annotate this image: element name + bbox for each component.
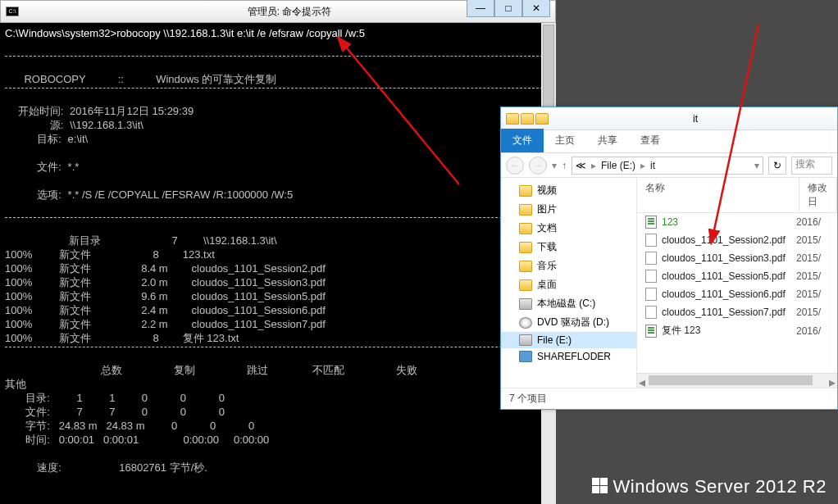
- nav-history-icon[interactable]: ▾: [552, 160, 557, 171]
- txt-icon: [645, 325, 657, 338]
- file-name: cloudos_1101_Session2.pdf: [662, 234, 791, 246]
- tab-view[interactable]: 查看: [629, 129, 672, 152]
- cmd-window: C:\ 管理员: 命令提示符 — □ ✕ C:\Windows\system32…: [0, 0, 556, 504]
- tree-item-label: 图片: [537, 202, 557, 216]
- chevron-down-icon[interactable]: ▾: [754, 160, 759, 171]
- tree-item[interactable]: SHAREFLODER: [501, 348, 636, 365]
- nav-back-button[interactable]: ←: [506, 157, 524, 175]
- status-bar: 7 个项目: [501, 388, 837, 409]
- file-list[interactable]: 名称 修改日 1232016/cloudos_1101_Session2.pdf…: [637, 178, 837, 388]
- folder-icon: [519, 242, 532, 253]
- file-row[interactable]: 复件 1232016/: [637, 321, 837, 340]
- chevron-right-icon: ▸: [640, 160, 645, 171]
- file-name: 复件 123: [662, 324, 791, 338]
- col-name[interactable]: 名称: [637, 178, 799, 212]
- pdf-icon: [645, 234, 657, 247]
- cmd-titlebar[interactable]: C:\ 管理员: 命令提示符 — □ ✕: [0, 0, 556, 23]
- folder-icon: [519, 261, 532, 272]
- h-scroll-thumb[interactable]: [649, 375, 813, 385]
- breadcrumb-drive[interactable]: File (E:): [601, 160, 635, 171]
- chevron-right-icon: ▸: [591, 160, 596, 171]
- file-date: 2015/: [796, 252, 829, 264]
- file-row[interactable]: cloudos_1101_Session7.pdf2015/: [637, 303, 837, 321]
- folder-icon: [519, 223, 532, 234]
- nav-tree[interactable]: 视频图片文档下载音乐桌面本地磁盘 (C:)DVD 驱动器 (D:)File (E…: [501, 178, 637, 388]
- tree-item-label: File (E:): [537, 334, 572, 346]
- file-date: 2016/: [796, 325, 829, 337]
- drive-glyph-icon: ≪: [576, 160, 586, 171]
- explorer-window: it 文件 主页 共享 查看 ← → ▾ ↑ ≪ ▸ File (E:) ▸ i…: [500, 107, 838, 410]
- tree-item-label: SHAREFLODER: [537, 351, 611, 362]
- file-name: cloudos_1101_Session7.pdf: [662, 306, 791, 318]
- tree-item-label: 视频: [537, 184, 557, 198]
- folder-icon: [506, 113, 519, 125]
- refresh-button[interactable]: ↻: [768, 157, 786, 175]
- os-brand: Windows Server 2012 R2: [592, 476, 827, 497]
- folder-icon: [521, 113, 534, 125]
- tree-item[interactable]: File (E:): [501, 332, 636, 348]
- file-name: cloudos_1101_Session3.pdf: [662, 252, 791, 264]
- tree-item-label: 文档: [537, 221, 557, 235]
- file-date: 2015/: [796, 234, 829, 246]
- file-row[interactable]: cloudos_1101_Session3.pdf2015/: [637, 249, 837, 267]
- pdf-icon: [645, 252, 657, 265]
- tab-file[interactable]: 文件: [501, 129, 544, 152]
- tree-item[interactable]: 文档: [501, 219, 636, 238]
- file-date: 2015/: [796, 288, 829, 300]
- explorer-titlebar[interactable]: it: [501, 107, 837, 130]
- col-date[interactable]: 修改日: [799, 178, 837, 212]
- breadcrumb-folder[interactable]: it: [650, 160, 655, 171]
- tab-home[interactable]: 主页: [544, 129, 586, 152]
- drive-icon: [519, 334, 532, 346]
- tree-item-label: 下载: [537, 240, 557, 254]
- tree-item[interactable]: 下载: [501, 238, 636, 257]
- file-row[interactable]: cloudos_1101_Session6.pdf2015/: [637, 285, 837, 303]
- folder-icon: [519, 279, 532, 291]
- maximize-button[interactable]: □: [494, 0, 522, 17]
- file-date: 2015/: [796, 306, 829, 318]
- cmd-icon: C:\: [6, 7, 19, 16]
- explorer-title: it: [553, 113, 837, 125]
- file-name: cloudos_1101_Session6.pdf: [662, 288, 791, 300]
- address-bar: ← → ▾ ↑ ≪ ▸ File (E:) ▸ it ▾ ↻ 搜索: [501, 153, 837, 178]
- tree-item[interactable]: 本地磁盘 (C:): [501, 294, 636, 313]
- pdf-icon: [645, 288, 657, 301]
- windows-logo-icon: [592, 478, 608, 494]
- tree-item-label: 音乐: [537, 259, 557, 273]
- drive-icon: [519, 298, 532, 310]
- file-row[interactable]: cloudos_1101_Session5.pdf2015/: [637, 267, 837, 285]
- minimize-button[interactable]: —: [467, 0, 494, 17]
- folder-icon: [519, 185, 532, 197]
- folder-icon: [535, 113, 549, 125]
- tree-item[interactable]: 视频: [501, 181, 636, 200]
- cmd-output[interactable]: C:\Windows\system32>robocopy \\192.168.1…: [0, 23, 556, 504]
- tree-item-label: 本地磁盘 (C:): [537, 297, 595, 311]
- pdf-icon: [645, 306, 657, 319]
- file-date: 2015/: [796, 270, 829, 282]
- tree-item[interactable]: 图片: [501, 200, 636, 219]
- tab-share[interactable]: 共享: [586, 129, 629, 152]
- address-box[interactable]: ≪ ▸ File (E:) ▸ it ▾: [572, 157, 763, 175]
- file-name: cloudos_1101_Session5.pdf: [662, 270, 791, 282]
- file-row[interactable]: 1232016/: [637, 213, 837, 231]
- net-icon: [519, 351, 532, 362]
- pdf-icon: [645, 270, 657, 283]
- file-name: 123: [662, 216, 791, 228]
- tree-item[interactable]: 桌面: [501, 275, 636, 294]
- h-scrollbar[interactable]: ◂ ▸: [637, 373, 837, 388]
- file-date: 2016/: [796, 216, 829, 228]
- search-input[interactable]: 搜索: [791, 157, 832, 175]
- close-button[interactable]: ✕: [522, 0, 550, 17]
- file-list-header[interactable]: 名称 修改日: [637, 178, 837, 213]
- tree-item-label: DVD 驱动器 (D:): [537, 316, 609, 329]
- nav-forward-button[interactable]: →: [529, 157, 547, 175]
- txt-icon: [645, 216, 657, 229]
- tree-item-label: 桌面: [537, 278, 557, 292]
- tree-item[interactable]: 音乐: [501, 257, 636, 275]
- folder-icon: [519, 204, 532, 216]
- ribbon: 文件 主页 共享 查看: [501, 130, 837, 153]
- file-row[interactable]: cloudos_1101_Session2.pdf2015/: [637, 231, 837, 249]
- nav-up-button[interactable]: ↑: [562, 160, 567, 171]
- status-text: 7 个项目: [509, 392, 547, 406]
- tree-item[interactable]: DVD 驱动器 (D:): [501, 313, 636, 332]
